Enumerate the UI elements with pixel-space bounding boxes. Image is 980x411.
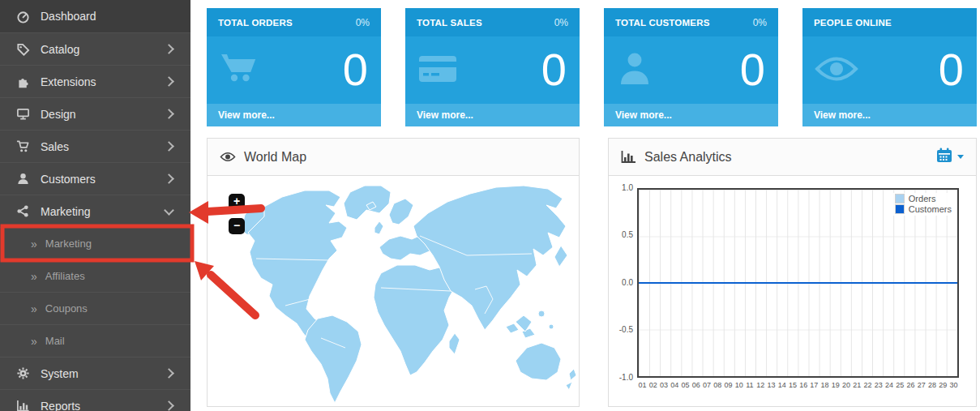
stat-card-total-sales: TOTAL SALES 0% 0 View more... bbox=[405, 8, 580, 126]
x-tick-label: 23 bbox=[873, 381, 884, 389]
customers-series-line bbox=[639, 282, 957, 284]
x-tick-label: 22 bbox=[862, 381, 873, 389]
sidebar-item-label: Design bbox=[41, 108, 76, 121]
stat-card-total-customers: TOTAL CUSTOMERS 0% 0 View more... bbox=[604, 8, 778, 126]
x-axis-labels: 01 02 03 04 05 06 07 08 09 10 11 12 13 1… bbox=[637, 381, 959, 389]
card-percent: 0% bbox=[356, 17, 370, 28]
y-tick-label: 0.0 bbox=[609, 278, 633, 287]
sidebar-item-sales[interactable]: Sales bbox=[0, 130, 190, 162]
sidebar-subitem-label: Marketing bbox=[45, 238, 92, 250]
panel-title: World Map bbox=[244, 150, 306, 165]
share-icon bbox=[15, 204, 31, 218]
y-tick-label: -0.5 bbox=[609, 325, 633, 334]
x-tick-label: 08 bbox=[713, 381, 723, 389]
x-tick-label: 07 bbox=[701, 381, 712, 389]
sidebar-item-design[interactable]: Design bbox=[0, 97, 190, 130]
x-tick-label: 21 bbox=[852, 381, 862, 389]
customers-legend-label: Customers bbox=[909, 204, 952, 214]
chevron-right-icon bbox=[164, 76, 174, 87]
sidebar-item-customers[interactable]: Customers bbox=[0, 162, 190, 195]
sidebar-item-label: Sales bbox=[41, 140, 69, 153]
x-tick-label: 02 bbox=[648, 381, 658, 389]
sidebar-item-label: Marketing bbox=[41, 205, 90, 218]
y-tick-label: -1.0 bbox=[609, 373, 633, 382]
double-chevron-icon: » bbox=[31, 270, 37, 283]
chevron-right-icon bbox=[164, 368, 174, 379]
calendar-icon bbox=[936, 148, 952, 166]
card-title: PEOPLE ONLINE bbox=[814, 18, 892, 28]
x-tick-label: 15 bbox=[787, 381, 798, 389]
sidebar-item-label: Customers bbox=[41, 173, 96, 186]
sidebar-subitem-coupons[interactable]: » Coupons bbox=[0, 292, 190, 324]
y-tick-label: 0.5 bbox=[609, 230, 633, 239]
x-tick-label: 27 bbox=[916, 381, 927, 389]
puzzle-icon bbox=[15, 75, 31, 88]
x-tick-label: 19 bbox=[830, 381, 841, 389]
x-tick-label: 06 bbox=[691, 381, 701, 389]
bar-chart-icon bbox=[15, 399, 31, 411]
card-title: TOTAL ORDERS bbox=[218, 18, 293, 28]
view-more-link[interactable]: View more... bbox=[405, 104, 580, 126]
x-tick-label: 11 bbox=[744, 381, 755, 389]
view-more-link[interactable]: View more... bbox=[604, 104, 778, 126]
monitor-icon bbox=[15, 107, 31, 121]
eye-icon bbox=[220, 151, 236, 163]
card-value: 0 bbox=[541, 46, 567, 92]
chevron-right-icon bbox=[164, 44, 174, 54]
x-tick-label: 28 bbox=[927, 381, 937, 389]
double-chevron-icon: » bbox=[31, 335, 37, 348]
world-map[interactable] bbox=[208, 176, 579, 406]
orders-legend-swatch bbox=[895, 194, 905, 203]
card-value: 0 bbox=[343, 46, 368, 92]
cart-icon bbox=[15, 139, 31, 153]
chevron-right-icon bbox=[164, 173, 174, 184]
sidebar-item-dashboard[interactable]: Dashboard bbox=[0, 0, 190, 32]
card-title: TOTAL SALES bbox=[417, 18, 482, 28]
sidebar-subitem-label: Coupons bbox=[45, 302, 88, 315]
stat-card-total-orders: TOTAL ORDERS 0% 0 View more... bbox=[207, 8, 381, 126]
eye-icon bbox=[815, 55, 858, 86]
view-more-link[interactable]: View more... bbox=[802, 104, 977, 126]
sidebar-item-catalog[interactable]: Catalog bbox=[0, 32, 190, 65]
date-range-dropdown[interactable] bbox=[936, 148, 964, 166]
x-tick-label: 24 bbox=[884, 381, 894, 389]
user-icon bbox=[15, 172, 31, 186]
sidebar-subitem-marketing[interactable]: » Marketing bbox=[0, 227, 190, 259]
sidebar-item-system[interactable]: System bbox=[0, 357, 190, 389]
bar-chart-icon bbox=[621, 150, 636, 164]
card-percent: 0% bbox=[753, 17, 767, 28]
credit-card-icon bbox=[417, 54, 458, 88]
sidebar-item-label: System bbox=[41, 367, 79, 380]
x-tick-label: 29 bbox=[938, 381, 948, 389]
dashboard-icon bbox=[15, 10, 31, 24]
x-tick-label: 20 bbox=[841, 381, 851, 389]
x-tick-label: 04 bbox=[670, 381, 680, 389]
sidebar-item-extensions[interactable]: Extensions bbox=[0, 65, 190, 97]
map-zoom-out-button[interactable]: − bbox=[229, 218, 245, 234]
sidebar-item-label: Extensions bbox=[41, 75, 96, 88]
double-chevron-icon: » bbox=[31, 238, 37, 250]
sidebar-subitem-affiliates[interactable]: » Affiliates bbox=[0, 259, 190, 292]
sidebar-subitem-label: Mail bbox=[45, 335, 65, 347]
customers-legend-swatch bbox=[895, 204, 905, 214]
x-tick-label: 25 bbox=[895, 381, 905, 389]
map-zoom-in-button[interactable]: + bbox=[229, 194, 245, 210]
x-tick-label: 12 bbox=[755, 381, 766, 389]
chart-legend: Orders Customers bbox=[893, 193, 953, 216]
sidebar-subitem-mail[interactable]: » Mail bbox=[0, 324, 190, 357]
y-tick-label: 1.0 bbox=[609, 183, 633, 192]
view-more-link[interactable]: View more... bbox=[207, 104, 381, 126]
world-map-panel: World Map bbox=[207, 138, 580, 407]
panel-title: Sales Analytics bbox=[644, 150, 732, 165]
user-icon bbox=[616, 50, 653, 91]
x-tick-label: 18 bbox=[820, 381, 830, 389]
x-tick-label: 30 bbox=[948, 381, 959, 389]
x-tick-label: 05 bbox=[680, 381, 691, 389]
card-value: 0 bbox=[939, 46, 964, 92]
x-tick-label: 16 bbox=[798, 381, 809, 389]
sidebar-item-reports[interactable]: Reports bbox=[0, 389, 190, 411]
sidebar-item-marketing[interactable]: Marketing bbox=[0, 195, 190, 227]
x-tick-label: 14 bbox=[777, 381, 787, 389]
x-tick-label: 26 bbox=[905, 381, 916, 389]
orders-legend-label: Orders bbox=[909, 194, 936, 203]
